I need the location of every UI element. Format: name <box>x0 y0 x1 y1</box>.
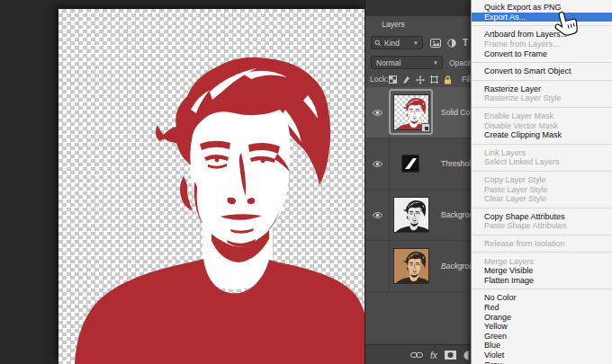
menu-item: Select Linked Layers <box>472 157 612 167</box>
menu-item[interactable]: Green <box>472 331 612 341</box>
menu-separator <box>472 208 612 209</box>
blend-mode-dropdown[interactable]: Normal ▼ <box>371 56 443 69</box>
blend-mode-value: Normal <box>376 58 400 67</box>
menu-separator <box>472 25 612 26</box>
visibility-toggle[interactable] <box>365 87 390 138</box>
layer-badge-icon <box>421 123 430 132</box>
tab-layers[interactable]: Layers <box>372 16 415 33</box>
menu-item[interactable]: Create Clipping Mask <box>472 130 612 140</box>
menu-item[interactable]: No Color <box>472 293 612 303</box>
menu-item: Paste Layer Style <box>472 184 612 194</box>
layer-mask-icon[interactable] <box>445 351 456 360</box>
lock-label: Lock: <box>370 75 388 84</box>
selected-thumbnail-frame <box>389 89 433 135</box>
menu-item: Enable Layer Mask <box>472 111 612 121</box>
menu-item[interactable]: Blue <box>472 341 612 351</box>
chevron-down-icon: ▼ <box>413 40 418 46</box>
menu-item: Paste Shape Attributes <box>472 221 612 231</box>
type-filter-icon[interactable]: T <box>463 38 468 48</box>
lock-transparent-icon[interactable] <box>389 75 397 84</box>
menu-item: Clear Layer Style <box>472 194 612 204</box>
kind-filter-label: Kind <box>384 39 400 48</box>
menu-item[interactable]: Quick Export as PNG <box>472 3 612 13</box>
visibility-toggle[interactable] <box>365 138 390 189</box>
menu-separator <box>472 289 612 289</box>
menu-item-export-as[interactable]: Export As... <box>472 13 612 22</box>
photoshop-window: { "colors": { "portrait_red": "#b02c31",… <box>0 0 612 364</box>
menu-separator <box>472 107 612 108</box>
canvas-document[interactable] <box>58 9 364 364</box>
threshold-adjustment-icon[interactable] <box>402 155 418 172</box>
threshold-portrait-image <box>58 9 364 364</box>
menu-item[interactable]: Rasterize Layer <box>472 84 612 94</box>
pixel-filter-icon[interactable] <box>430 39 441 48</box>
menu-item: Frame from Layers... <box>472 40 612 49</box>
menu-separator <box>472 235 612 235</box>
menu-item[interactable]: Red <box>472 303 612 313</box>
chevron-down-icon: ▼ <box>433 60 438 66</box>
visibility-toggle-off[interactable] <box>365 241 390 291</box>
search-icon <box>374 40 382 47</box>
menu-item: Rasterize Layer Style <box>472 93 612 103</box>
adjustment-filter-icon[interactable] <box>447 39 456 48</box>
menu-item: Release from Isolation <box>472 239 612 249</box>
layer-context-menu: Quick Export as PNG Export As... Artboar… <box>471 0 612 364</box>
lock-all-icon[interactable] <box>444 75 452 84</box>
menu-item[interactable]: Violet <box>472 351 612 360</box>
menu-separator <box>472 144 612 145</box>
layer-thumbnail[interactable] <box>394 198 428 232</box>
menu-item[interactable]: Convert to Smart Object <box>472 67 612 76</box>
menu-item[interactable]: Merge Visible <box>472 266 612 276</box>
link-layers-icon[interactable] <box>410 351 423 359</box>
menu-item[interactable]: Yellow <box>472 322 612 332</box>
menu-separator <box>472 80 612 81</box>
menu-item: Copy Layer Style <box>472 175 612 185</box>
lock-pixels-icon[interactable] <box>402 75 410 84</box>
eye-icon <box>372 160 383 168</box>
lock-position-icon[interactable] <box>416 75 425 84</box>
menu-item[interactable]: Flatten Image <box>472 275 612 285</box>
menu-separator <box>472 62 612 63</box>
lock-artboard-icon[interactable] <box>430 75 438 84</box>
eye-icon <box>372 211 383 219</box>
eye-icon <box>372 109 383 117</box>
menu-item: Merge Layers <box>472 256 612 266</box>
visibility-toggle[interactable] <box>365 190 390 240</box>
layer-thumbnail[interactable] <box>394 249 428 283</box>
menu-separator <box>472 171 612 172</box>
menu-item: Disable Vector Mask <box>472 120 612 130</box>
menu-item: Link Layers <box>472 148 612 158</box>
menu-item[interactable]: Convert to Frame <box>472 49 612 58</box>
layer-effects-icon[interactable]: fx <box>430 351 437 360</box>
menu-item[interactable]: Orange <box>472 312 612 322</box>
kind-filter-dropdown[interactable]: Kind ▼ <box>371 36 423 49</box>
menu-item[interactable]: Artboard from Layers... <box>472 30 612 40</box>
menu-item[interactable]: Copy Shape Attributes <box>472 212 612 222</box>
menu-item[interactable]: Gray <box>472 360 612 364</box>
menu-separator <box>472 252 612 253</box>
